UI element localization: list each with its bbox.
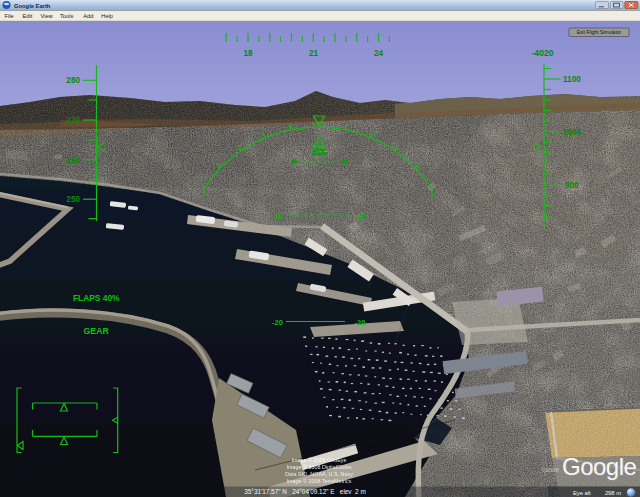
- svg-text:Image © 2008 TerraMetrics: Image © 2008 TerraMetrics: [287, 478, 352, 484]
- svg-text:1100: 1100: [563, 75, 581, 84]
- svg-text:Data SIO, NOAA, U.S. Navy: Data SIO, NOAA, U.S. Navy: [285, 471, 353, 477]
- svg-text:Help: Help: [101, 13, 113, 19]
- svg-text:Google Earth: Google Earth: [14, 3, 51, 9]
- svg-text:21: 21: [309, 49, 319, 58]
- svg-text:-10: -10: [272, 212, 283, 221]
- svg-text:1000: 1000: [563, 128, 582, 137]
- svg-text:280: 280: [66, 76, 80, 85]
- svg-text:270: 270: [66, 116, 80, 125]
- svg-text:File: File: [5, 13, 14, 19]
- svg-text:298 m: 298 m: [605, 490, 621, 496]
- svg-text:FLAPS 40%: FLAPS 40%: [73, 293, 120, 303]
- svg-text:Tools: Tools: [60, 13, 73, 19]
- svg-text:-10: -10: [355, 212, 366, 221]
- svg-text:View: View: [41, 13, 54, 19]
- svg-text:-4020: -4020: [532, 48, 554, 58]
- svg-text:-20: -20: [272, 318, 283, 327]
- svg-text:Edit: Edit: [23, 13, 33, 19]
- svg-text:24: 24: [374, 49, 384, 58]
- svg-text:Eye alt: Eye alt: [573, 490, 591, 496]
- svg-text:GEAR: GEAR: [84, 326, 110, 336]
- svg-text:Image © 2008 DigitalGlobe: Image © 2008 DigitalGlobe: [287, 464, 352, 470]
- svg-text:35°31'17.57" N 24°04'09.12": 35°31'17.57" N 24°04'09.12" E elev 2 m: [244, 488, 366, 495]
- svg-text:Google: Google: [562, 453, 637, 480]
- svg-text:Add: Add: [83, 13, 93, 19]
- svg-text:260: 260: [66, 156, 80, 165]
- svg-text:Image © 2008 GeoEye: Image © 2008 GeoEye: [292, 457, 347, 463]
- svg-text:18: 18: [243, 49, 253, 58]
- svg-text:-20: -20: [355, 318, 366, 327]
- svg-text:900: 900: [565, 181, 579, 190]
- svg-text:250: 250: [66, 195, 80, 204]
- svg-text:Exit Flight Simulator: Exit Flight Simulator: [577, 29, 622, 35]
- svg-text:©2008: ©2008: [541, 467, 559, 473]
